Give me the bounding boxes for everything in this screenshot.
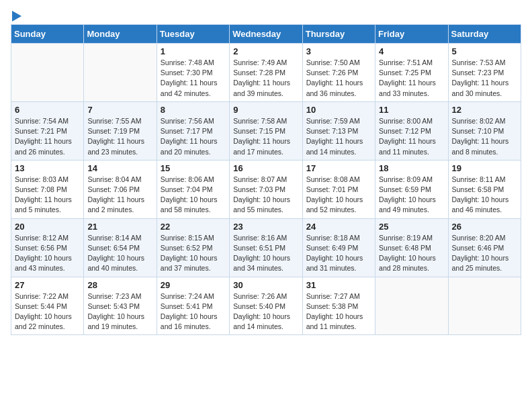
day-of-week-header: Monday [84,25,157,44]
calendar-cell: 26Sunrise: 8:20 AM Sunset: 6:46 PM Dayli… [448,218,521,277]
calendar-cell: 7Sunrise: 7:55 AM Sunset: 7:19 PM Daylig… [84,101,157,160]
day-number: 31 [306,280,371,290]
day-number: 10 [306,105,371,115]
day-number: 20 [15,222,80,232]
day-number: 4 [379,46,444,56]
calendar-cell: 3Sunrise: 7:50 AM Sunset: 7:26 PM Daylig… [302,44,375,102]
calendar-cell: 8Sunrise: 7:56 AM Sunset: 7:17 PM Daylig… [157,101,229,160]
calendar-cell: 29Sunrise: 7:24 AM Sunset: 5:41 PM Dayli… [157,277,229,335]
day-number: 17 [306,163,371,173]
day-info: Sunrise: 8:04 AM Sunset: 7:06 PM Dayligh… [87,175,152,216]
calendar-week-row: 1Sunrise: 7:48 AM Sunset: 7:30 PM Daylig… [11,44,521,102]
day-number: 19 [452,163,517,173]
day-info: Sunrise: 7:27 AM Sunset: 5:38 PM Dayligh… [306,291,371,332]
day-number: 26 [452,222,517,232]
calendar-cell: 31Sunrise: 7:27 AM Sunset: 5:38 PM Dayli… [302,277,375,335]
day-number: 29 [161,280,226,290]
day-info: Sunrise: 8:18 AM Sunset: 6:49 PM Dayligh… [306,233,371,274]
day-number: 7 [87,105,152,115]
calendar-cell: 11Sunrise: 8:00 AM Sunset: 7:12 PM Dayli… [375,101,448,160]
calendar-cell: 23Sunrise: 8:16 AM Sunset: 6:51 PM Dayli… [230,218,302,277]
day-info: Sunrise: 7:50 AM Sunset: 7:26 PM Dayligh… [306,58,371,99]
day-number: 25 [379,222,444,232]
day-info: Sunrise: 8:12 AM Sunset: 6:56 PM Dayligh… [15,233,80,274]
calendar-cell: 30Sunrise: 7:26 AM Sunset: 5:40 PM Dayli… [230,277,302,335]
day-of-week-header: Friday [375,25,448,44]
day-info: Sunrise: 7:51 AM Sunset: 7:25 PM Dayligh… [379,58,444,99]
day-number: 5 [452,46,517,56]
day-info: Sunrise: 8:09 AM Sunset: 6:59 PM Dayligh… [379,175,444,216]
calendar-cell [84,44,157,102]
day-number: 11 [379,105,444,115]
day-number: 16 [233,163,298,173]
day-number: 8 [161,105,226,115]
day-number: 6 [15,105,80,115]
day-info: Sunrise: 8:02 AM Sunset: 7:10 PM Dayligh… [452,116,517,157]
day-info: Sunrise: 7:59 AM Sunset: 7:13 PM Dayligh… [306,116,371,157]
calendar-week-row: 6Sunrise: 7:54 AM Sunset: 7:21 PM Daylig… [11,101,521,160]
day-of-week-header: Sunday [11,25,84,44]
calendar-cell: 12Sunrise: 8:02 AM Sunset: 7:10 PM Dayli… [448,101,521,160]
calendar-week-row: 20Sunrise: 8:12 AM Sunset: 6:56 PM Dayli… [11,218,521,277]
calendar-cell: 1Sunrise: 7:48 AM Sunset: 7:30 PM Daylig… [157,44,229,102]
calendar-cell [11,44,84,102]
calendar-cell: 17Sunrise: 8:08 AM Sunset: 7:01 PM Dayli… [302,160,375,218]
calendar-cell: 25Sunrise: 8:19 AM Sunset: 6:48 PM Dayli… [375,218,448,277]
day-number: 2 [233,46,298,56]
calendar-cell: 15Sunrise: 8:06 AM Sunset: 7:04 PM Dayli… [157,160,229,218]
day-number: 15 [161,163,226,173]
page-header [11,11,521,19]
day-number: 18 [379,163,444,173]
calendar-cell: 22Sunrise: 8:15 AM Sunset: 6:52 PM Dayli… [157,218,229,277]
day-info: Sunrise: 8:00 AM Sunset: 7:12 PM Dayligh… [379,116,444,157]
day-info: Sunrise: 7:24 AM Sunset: 5:41 PM Dayligh… [161,291,226,332]
day-number: 22 [161,222,226,232]
day-info: Sunrise: 7:22 AM Sunset: 5:44 PM Dayligh… [15,291,80,332]
day-info: Sunrise: 7:26 AM Sunset: 5:40 PM Dayligh… [233,291,298,332]
day-number: 12 [452,105,517,115]
calendar-cell: 20Sunrise: 8:12 AM Sunset: 6:56 PM Dayli… [11,218,84,277]
day-info: Sunrise: 8:11 AM Sunset: 6:58 PM Dayligh… [452,175,517,216]
calendar-cell: 21Sunrise: 8:14 AM Sunset: 6:54 PM Dayli… [84,218,157,277]
calendar-body: 1Sunrise: 7:48 AM Sunset: 7:30 PM Daylig… [11,44,521,335]
day-info: Sunrise: 8:08 AM Sunset: 7:01 PM Dayligh… [306,175,371,216]
calendar-cell: 28Sunrise: 7:23 AM Sunset: 5:43 PM Dayli… [84,277,157,335]
calendar-cell: 18Sunrise: 8:09 AM Sunset: 6:59 PM Dayli… [375,160,448,218]
day-info: Sunrise: 7:53 AM Sunset: 7:23 PM Dayligh… [452,58,517,99]
day-info: Sunrise: 8:03 AM Sunset: 7:08 PM Dayligh… [15,175,80,216]
calendar-cell: 5Sunrise: 7:53 AM Sunset: 7:23 PM Daylig… [448,44,521,102]
day-info: Sunrise: 7:49 AM Sunset: 7:28 PM Dayligh… [233,58,298,99]
day-number: 30 [233,280,298,290]
calendar-cell: 6Sunrise: 7:54 AM Sunset: 7:21 PM Daylig… [11,101,84,160]
day-info: Sunrise: 8:15 AM Sunset: 6:52 PM Dayligh… [161,233,226,274]
day-info: Sunrise: 7:23 AM Sunset: 5:43 PM Dayligh… [87,291,152,332]
day-number: 21 [87,222,152,232]
calendar-table: SundayMondayTuesdayWednesdayThursdayFrid… [11,24,521,335]
calendar-cell [375,277,448,335]
logo [11,11,21,19]
day-info: Sunrise: 7:54 AM Sunset: 7:21 PM Dayligh… [15,116,80,157]
calendar-cell [448,277,521,335]
calendar-cell: 10Sunrise: 7:59 AM Sunset: 7:13 PM Dayli… [302,101,375,160]
day-of-week-header: Tuesday [157,25,229,44]
calendar-cell: 14Sunrise: 8:04 AM Sunset: 7:06 PM Dayli… [84,160,157,218]
calendar-cell: 19Sunrise: 8:11 AM Sunset: 6:58 PM Dayli… [448,160,521,218]
day-info: Sunrise: 8:20 AM Sunset: 6:46 PM Dayligh… [452,233,517,274]
day-number: 3 [306,46,371,56]
day-info: Sunrise: 7:48 AM Sunset: 7:30 PM Dayligh… [161,58,226,99]
day-info: Sunrise: 8:19 AM Sunset: 6:48 PM Dayligh… [379,233,444,274]
day-info: Sunrise: 7:58 AM Sunset: 7:15 PM Dayligh… [233,116,298,157]
day-info: Sunrise: 8:16 AM Sunset: 6:51 PM Dayligh… [233,233,298,274]
day-info: Sunrise: 7:55 AM Sunset: 7:19 PM Dayligh… [87,116,152,157]
day-number: 27 [15,280,80,290]
logo-arrow-icon [12,11,21,21]
calendar-header-row: SundayMondayTuesdayWednesdayThursdayFrid… [11,25,521,44]
calendar-cell: 2Sunrise: 7:49 AM Sunset: 7:28 PM Daylig… [230,44,302,102]
calendar-cell: 13Sunrise: 8:03 AM Sunset: 7:08 PM Dayli… [11,160,84,218]
day-number: 28 [87,280,152,290]
day-info: Sunrise: 8:07 AM Sunset: 7:03 PM Dayligh… [233,175,298,216]
calendar-cell: 9Sunrise: 7:58 AM Sunset: 7:15 PM Daylig… [230,101,302,160]
day-of-week-header: Wednesday [230,25,302,44]
day-number: 13 [15,163,80,173]
calendar-week-row: 27Sunrise: 7:22 AM Sunset: 5:44 PM Dayli… [11,277,521,335]
